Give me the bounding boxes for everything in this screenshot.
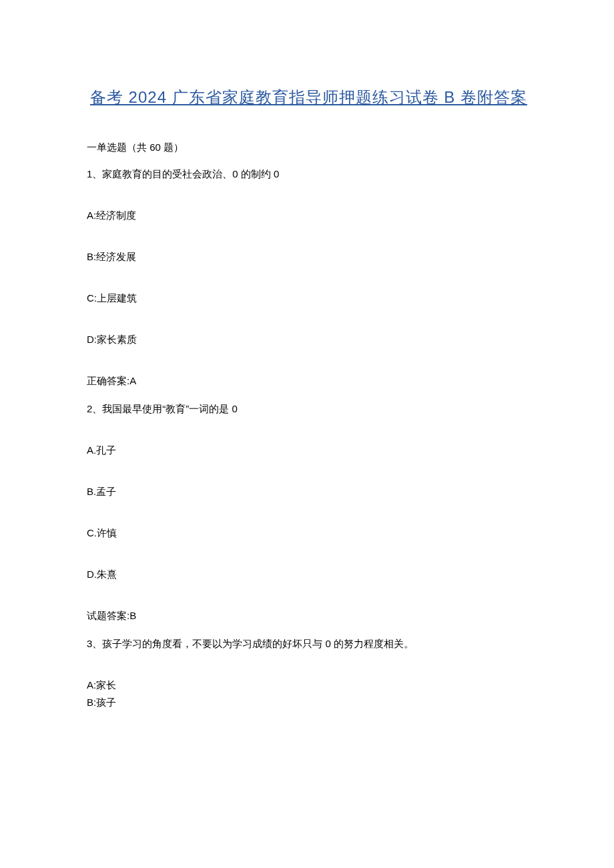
- question-1-text: 1、家庭教育的目的受社会政治、0 的制约 0: [87, 166, 531, 182]
- question-2-answer: 试题答案:B: [87, 608, 531, 624]
- question-1-option-a: A:经济制度: [87, 207, 531, 224]
- question-2-block: 2、我国最早使用“教育”一词的是 0 A.孔子 B.孟子 C.许慎 D.朱熹 试…: [87, 401, 531, 624]
- question-2-option-c: C.许慎: [87, 525, 531, 541]
- question-3-block: 3、孩子学习的角度看，不要以为学习成绩的好坏只与 0 的努力程度相关。 A:家长…: [87, 636, 531, 711]
- document-title: 备考 2024 广东省家庭教育指导师押题练习试卷 B 卷附答案: [87, 87, 531, 108]
- question-3-option-a: A:家长: [87, 677, 531, 693]
- question-1-answer: 正确答案:A: [87, 373, 531, 389]
- question-2-option-a: A.孔子: [87, 442, 531, 458]
- question-1-option-b: B:经济发展: [87, 249, 531, 265]
- section-header: 一单选题（共 60 题）: [87, 141, 531, 154]
- question-3-option-b: B:孩子: [87, 695, 531, 711]
- question-1-option-c: C:上层建筑: [87, 290, 531, 306]
- question-2-text: 2、我国最早使用“教育”一词的是 0: [87, 401, 531, 417]
- question-2-option-d: D.朱熹: [87, 566, 531, 582]
- question-3-text: 3、孩子学习的角度看，不要以为学习成绩的好坏只与 0 的努力程度相关。: [87, 636, 531, 652]
- question-1-option-d: D:家长素质: [87, 332, 531, 348]
- question-2-option-b: B.孟子: [87, 484, 531, 500]
- question-1-block: 1、家庭教育的目的受社会政治、0 的制约 0 A:经济制度 B:经济发展 C:上…: [87, 166, 531, 389]
